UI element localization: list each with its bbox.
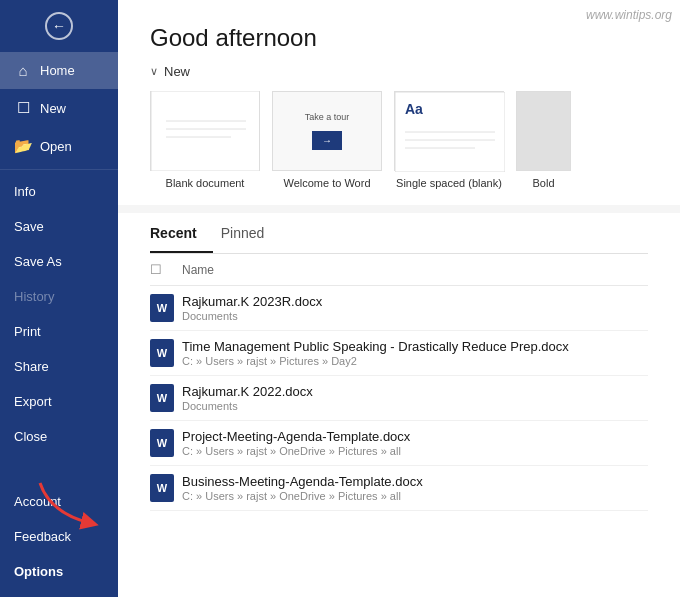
file-name: Rajkumar.K 2022.docx bbox=[182, 384, 648, 399]
sidebar-item-home[interactable]: ⌂ Home bbox=[0, 52, 118, 89]
template-single-name: Single spaced (blank) bbox=[396, 177, 502, 189]
single-doc-lines: Aa bbox=[395, 92, 505, 172]
table-row[interactable]: W Project-Meeting-Agenda-Template.docx C… bbox=[150, 421, 648, 466]
recent-section: Recent Pinned ☐ Name W Rajkumar.K 2023R.… bbox=[118, 213, 680, 597]
file-path: Documents bbox=[182, 310, 648, 322]
file-path: C: » Users » rajst » OneDrive » Pictures… bbox=[182, 490, 648, 502]
blank-doc-icon bbox=[151, 91, 259, 171]
sidebar-item-feedback-label: Feedback bbox=[14, 529, 71, 544]
svg-rect-0 bbox=[151, 91, 259, 171]
sidebar-item-open[interactable]: 📂 Open bbox=[0, 127, 118, 165]
sidebar-item-close[interactable]: Close bbox=[0, 419, 118, 454]
templates-row: Blank document Take a tour → Welcome to … bbox=[150, 91, 648, 189]
header-icon-col: ☐ bbox=[150, 262, 182, 277]
file-icon-col: W bbox=[150, 339, 182, 367]
word-icon: W bbox=[150, 294, 174, 322]
table-row[interactable]: W Rajkumar.K 2023R.docx Documents bbox=[150, 286, 648, 331]
new-section: ∨ New Blank document Take a t bbox=[118, 64, 680, 205]
new-section-label: New bbox=[164, 64, 190, 79]
template-bold-thumb bbox=[516, 91, 571, 171]
sidebar-item-share-label: Share bbox=[14, 359, 49, 374]
sidebar-item-options[interactable]: Options bbox=[0, 554, 118, 589]
template-bold[interactable]: Bold bbox=[516, 91, 571, 189]
template-single-spaced[interactable]: Aa Aa Single spaced (blank) bbox=[394, 91, 504, 189]
template-blank-name: Blank document bbox=[166, 177, 245, 189]
template-single-thumb: Aa Aa bbox=[394, 91, 504, 171]
tab-recent[interactable]: Recent bbox=[150, 213, 213, 253]
greeting-text: Good afternoon bbox=[150, 24, 648, 52]
sidebar-item-feedback[interactable]: Feedback bbox=[0, 519, 118, 554]
file-path: C: » Users » rajst » OneDrive » Pictures… bbox=[182, 445, 648, 457]
sidebar-bottom: Account Feedback Options bbox=[0, 484, 118, 597]
back-circle-icon: ← bbox=[45, 12, 73, 40]
template-welcome-thumb: Take a tour → bbox=[272, 91, 382, 171]
sidebar-item-save-as[interactable]: Save As bbox=[0, 244, 118, 279]
sidebar-item-export[interactable]: Export bbox=[0, 384, 118, 419]
file-icon-col: W bbox=[150, 294, 182, 322]
word-icon: W bbox=[150, 339, 174, 367]
template-blank-thumb bbox=[150, 91, 260, 171]
sidebar-item-options-label: Options bbox=[14, 564, 63, 579]
sidebar-item-history-label: History bbox=[14, 289, 54, 304]
template-welcome[interactable]: Take a tour → Welcome to Word bbox=[272, 91, 382, 189]
file-info: Rajkumar.K 2023R.docx Documents bbox=[182, 294, 648, 322]
sidebar-spacer bbox=[0, 454, 118, 484]
file-info: Business-Meeting-Agenda-Template.docx C:… bbox=[182, 474, 648, 502]
sidebar-item-open-label: Open bbox=[40, 139, 72, 154]
file-header-icon: ☐ bbox=[150, 262, 162, 277]
file-name: Project-Meeting-Agenda-Template.docx bbox=[182, 429, 648, 444]
file-path: C: » Users » rajst » Pictures » Day2 bbox=[182, 355, 648, 367]
sidebar-item-share[interactable]: Share bbox=[0, 349, 118, 384]
file-path: Documents bbox=[182, 400, 648, 412]
table-row[interactable]: W Rajkumar.K 2022.docx Documents bbox=[150, 376, 648, 421]
sidebar-item-history[interactable]: History bbox=[0, 279, 118, 314]
files-header: ☐ Name bbox=[150, 254, 648, 286]
main-content: Good afternoon ∨ New Blank document bbox=[118, 0, 680, 597]
sidebar-item-close-label: Close bbox=[14, 429, 47, 444]
file-icon-col: W bbox=[150, 429, 182, 457]
file-name: Business-Meeting-Agenda-Template.docx bbox=[182, 474, 648, 489]
sidebar-item-export-label: Export bbox=[14, 394, 52, 409]
template-blank[interactable]: Blank document bbox=[150, 91, 260, 189]
tab-pinned[interactable]: Pinned bbox=[221, 213, 281, 253]
file-info: Project-Meeting-Agenda-Template.docx C: … bbox=[182, 429, 648, 457]
sidebar-item-account-label: Account bbox=[14, 494, 61, 509]
sidebar-item-home-label: Home bbox=[40, 63, 75, 78]
file-icon-col: W bbox=[150, 474, 182, 502]
sidebar-item-print-label: Print bbox=[14, 324, 41, 339]
watermark-text: www.wintips.org bbox=[586, 8, 672, 22]
home-icon: ⌂ bbox=[14, 62, 32, 79]
table-row[interactable]: W Business-Meeting-Agenda-Template.docx … bbox=[150, 466, 648, 511]
folder-icon: 📂 bbox=[14, 137, 32, 155]
svg-text:Aa: Aa bbox=[405, 101, 423, 117]
sidebar: ← ⌂ Home ☐ New 📂 Open Info Save Save As … bbox=[0, 0, 118, 597]
file-info: Time Management Public Speaking - Drasti… bbox=[182, 339, 648, 367]
table-row[interactable]: W Time Management Public Speaking - Dras… bbox=[150, 331, 648, 376]
sidebar-item-save-label: Save bbox=[14, 219, 44, 234]
word-icon: W bbox=[150, 429, 174, 457]
chevron-icon: ∨ bbox=[150, 65, 158, 78]
new-icon: ☐ bbox=[14, 99, 32, 117]
sidebar-item-save[interactable]: Save bbox=[0, 209, 118, 244]
word-icon: W bbox=[150, 384, 174, 412]
file-info: Rajkumar.K 2022.docx Documents bbox=[182, 384, 648, 412]
file-name: Rajkumar.K 2023R.docx bbox=[182, 294, 648, 309]
back-button[interactable]: ← bbox=[0, 0, 118, 52]
sidebar-item-info-label: Info bbox=[14, 184, 36, 199]
sidebar-item-new[interactable]: ☐ New bbox=[0, 89, 118, 127]
sidebar-item-account[interactable]: Account bbox=[0, 484, 118, 519]
file-name: Time Management Public Speaking - Drasti… bbox=[182, 339, 648, 354]
sidebar-divider-1 bbox=[0, 169, 118, 170]
files-table: ☐ Name W Rajkumar.K 2023R.docx Documents… bbox=[150, 254, 648, 511]
sidebar-item-info[interactable]: Info bbox=[0, 174, 118, 209]
file-icon-col: W bbox=[150, 384, 182, 412]
word-icon: W bbox=[150, 474, 174, 502]
header-name-col: Name bbox=[182, 263, 648, 277]
take-tour-text: Take a tour bbox=[305, 112, 350, 122]
tour-button: → bbox=[312, 131, 342, 150]
sidebar-item-save-as-label: Save As bbox=[14, 254, 62, 269]
sidebar-item-new-label: New bbox=[40, 101, 66, 116]
tabs-row: Recent Pinned bbox=[150, 213, 648, 254]
sidebar-item-print[interactable]: Print bbox=[0, 314, 118, 349]
new-section-toggle[interactable]: ∨ New bbox=[150, 64, 648, 79]
